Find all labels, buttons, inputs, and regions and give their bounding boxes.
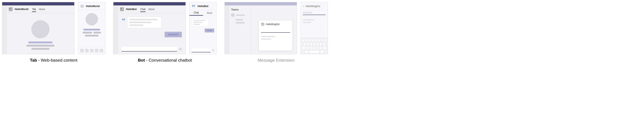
mobile-header: HelloWorld (78, 2, 105, 10)
text-placeholder-line (93, 32, 101, 33)
left-rail (225, 5, 229, 54)
text-placeholder-line (28, 41, 52, 43)
msg-line (129, 24, 144, 26)
msg-line (193, 24, 200, 25)
result-line (261, 36, 275, 37)
svg-rect-15 (262, 23, 262, 24)
bot-icon (122, 17, 126, 22)
compose-row (118, 47, 186, 54)
compose-input[interactable] (122, 47, 177, 52)
me-mobile-mockup: ‹ HelloMsgExt (300, 2, 328, 54)
bot-mobile-mockup: HelloBot Chat More (189, 2, 216, 54)
channel-item[interactable] (231, 13, 249, 17)
text-placeholder-line (82, 32, 92, 33)
tab-desktop-mockup: HelloWorld Tab About (2, 2, 74, 54)
chat-area (118, 13, 186, 47)
tab-chat[interactable]: Chat (140, 8, 145, 12)
caption-bold: Tab (30, 58, 37, 62)
bot-message (122, 17, 182, 28)
svg-rect-17 (262, 24, 262, 25)
app-icon (120, 7, 124, 11)
svg-rect-2 (11, 8, 12, 9)
tab-tab[interactable]: Tab (32, 8, 36, 12)
chevron-left-icon[interactable]: ‹ (303, 4, 304, 8)
send-icon[interactable] (212, 49, 214, 52)
team-avatar (231, 13, 234, 17)
app-header: HelloBot Chat About (118, 5, 186, 13)
popup-title: HelloMsgExt (266, 23, 280, 26)
svg-rect-7 (122, 8, 123, 9)
svg-rect-1 (10, 8, 10, 9)
msg-ext-popup: HelloMsgExt (258, 20, 293, 51)
search-input[interactable] (261, 29, 290, 33)
user-message (164, 32, 182, 37)
msg-line (193, 22, 203, 23)
result-line (303, 22, 311, 23)
msg-line (129, 19, 158, 20)
keyboard[interactable] (301, 37, 328, 54)
caption-bold: Bot (138, 58, 145, 62)
tab-chat[interactable]: Chat (190, 10, 203, 16)
svg-point-11 (124, 19, 124, 20)
bottom-nav (78, 47, 105, 54)
subitem-placeholder[interactable] (236, 19, 243, 20)
svg-rect-4 (11, 9, 12, 10)
nav-item[interactable] (80, 49, 84, 52)
bot-caption: Bot - Conversational chatbot (138, 58, 192, 63)
avatar-placeholder (32, 20, 50, 38)
left-rail (2, 5, 7, 54)
nav-item[interactable] (85, 49, 89, 52)
search-input[interactable] (303, 12, 312, 13)
nav-item[interactable] (90, 49, 94, 52)
results-area (301, 17, 328, 37)
bot-message (192, 18, 209, 26)
svg-rect-6 (121, 8, 122, 9)
sidebar-label: Teams (231, 8, 249, 11)
app-icon (261, 23, 264, 26)
nav-item[interactable] (100, 49, 103, 52)
avatar-placeholder (86, 13, 98, 25)
msg-line (129, 22, 152, 23)
msg-line (168, 34, 179, 35)
caption-rest: - Web-based content (37, 58, 77, 62)
tab-content (7, 13, 74, 54)
app-name: HelloBot (126, 8, 136, 11)
tab-more[interactable]: More (203, 10, 216, 16)
app-name: HelloWorld (15, 8, 28, 11)
mobile-title: HelloWorld (86, 4, 100, 8)
svg-rect-16 (263, 23, 264, 24)
app-icon (9, 7, 13, 11)
compose-input[interactable] (192, 49, 210, 52)
titlebar (225, 2, 297, 5)
send-icon[interactable] (179, 48, 182, 51)
mobile-tabs: Chat More (190, 10, 216, 16)
tab-group: HelloWorld Tab About (2, 2, 105, 63)
text-placeholder-line (26, 45, 54, 47)
msg-line (193, 20, 206, 21)
tab-caption: Tab - Web-based content (30, 58, 77, 63)
svg-rect-18 (263, 24, 264, 25)
text-placeholder-line (85, 35, 98, 36)
svg-rect-9 (122, 9, 123, 10)
avatar-icon (80, 4, 84, 8)
me-desktop-mockup: Teams (224, 2, 297, 54)
chat-area (190, 16, 216, 49)
bot-desktop-mockup: HelloBot Chat About (113, 2, 186, 54)
left-rail (114, 5, 118, 54)
tab-strip: Tab About (32, 6, 45, 12)
message-extension-group: Teams (224, 2, 328, 63)
tab-mobile-mockup: HelloWorld (78, 2, 105, 54)
mobile-title: HelloMsgExt (306, 4, 320, 8)
tab-about[interactable]: About (39, 8, 45, 12)
text-placeholder-line (83, 29, 100, 30)
mobile-header: ‹ HelloMsgExt (301, 2, 328, 10)
result-line (261, 38, 271, 40)
me-caption: Message Extension (258, 58, 294, 63)
nav-item[interactable] (95, 49, 98, 52)
subitem-placeholder[interactable] (236, 22, 245, 23)
tab-strip: Chat About (140, 6, 154, 12)
channel-sidebar: Teams (229, 5, 251, 54)
tab-about[interactable]: About (148, 8, 154, 12)
text-placeholder-line (32, 48, 50, 50)
caption-rest: - Conversational chatbot (145, 58, 192, 62)
